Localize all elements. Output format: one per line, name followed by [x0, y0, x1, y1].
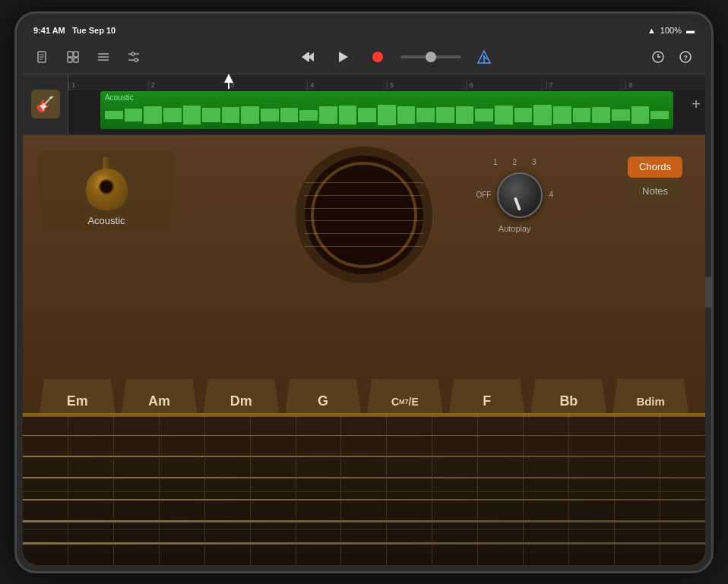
autoplay-num-1: 1: [493, 158, 498, 166]
document-button[interactable]: [30, 45, 55, 69]
wifi-icon: ▲: [647, 26, 656, 35]
svg-marker-20: [339, 52, 348, 62]
svg-rect-7: [74, 58, 78, 62]
record-button[interactable]: [366, 45, 390, 69]
timeline-ruler: 1 2 3 4 5 6 7 8: [68, 74, 705, 90]
knob-indicator: [514, 197, 521, 210]
ruler-mark-4: 4: [307, 81, 387, 89]
svg-point-15: [135, 58, 138, 62]
svg-marker-17: [302, 52, 308, 62]
autoplay-off-label: OFF: [476, 191, 491, 199]
status-indicators: ▲ 100% ▬: [647, 26, 695, 35]
mix-button[interactable]: [91, 45, 116, 69]
instrument-area: Acoustic: [23, 135, 705, 565]
soundhole-outer-ring: [296, 147, 432, 283]
chords-button[interactable]: Chords: [628, 156, 682, 178]
instrument-name-label: Acoustic: [87, 215, 125, 226]
status-time-date: 9:41 AM Tue Sep 10: [33, 26, 116, 35]
track-icon: 🎸: [31, 90, 60, 118]
chords-notes-toggle: Chords Notes: [628, 156, 682, 202]
home-button[interactable]: [705, 277, 714, 308]
settings-button[interactable]: [122, 45, 146, 69]
svg-rect-4: [68, 52, 73, 57]
autoplay-num-3: 3: [532, 158, 537, 166]
transport-controls: [152, 45, 640, 69]
autoplay-4-label: 4: [549, 191, 553, 199]
volume-slider[interactable]: [400, 55, 461, 58]
play-button[interactable]: [331, 45, 355, 69]
region-label: Acoustic: [105, 93, 134, 102]
tempo-button[interactable]: [646, 45, 670, 69]
autoplay-section: 1 2 3 OFF 4 Autoplay: [476, 158, 553, 233]
battery-percent: 100%: [660, 26, 682, 35]
track-region[interactable]: Acoustic: [100, 91, 673, 129]
autoplay-num-2: 2: [512, 158, 517, 166]
fretboard[interactable]: [23, 413, 705, 565]
playhead[interactable]: [228, 74, 229, 89]
ruler-mark-8: 8: [625, 81, 705, 89]
ruler-mark-3: 3: [228, 81, 308, 89]
autoplay-label: Autoplay: [499, 224, 531, 233]
guitar-soundhole-display: [292, 147, 436, 291]
ruler-mark-6: 6: [467, 81, 546, 89]
battery-icon: ▬: [686, 26, 695, 35]
notes-button[interactable]: Notes: [628, 181, 682, 202]
ruler-marks: 1 2 3 4 5 6 7 8: [68, 74, 705, 89]
track-header: 🎸: [23, 74, 68, 134]
toolbar: ?: [23, 41, 705, 74]
timeline-area: 🎸 1 2 3 4 5 6 7 8: [23, 74, 705, 135]
ipad-frame: 9:41 AM Tue Sep 10 ▲ 100% ▬: [14, 11, 714, 573]
ruler-mark-2: 2: [148, 81, 228, 89]
side-button[interactable]: [14, 241, 17, 255]
ruler-mark-1: 1: [68, 81, 148, 89]
add-track-button[interactable]: +: [692, 96, 701, 113]
screen: 9:41 AM Tue Sep 10 ▲ 100% ▬: [23, 20, 705, 565]
fret-vertical-lines: [23, 415, 705, 565]
svg-rect-6: [68, 58, 72, 62]
toolbar-right: ?: [646, 45, 698, 69]
svg-point-12: [131, 52, 135, 55]
ruler-mark-5: 5: [387, 81, 467, 89]
svg-point-21: [372, 52, 383, 62]
timeline-content[interactable]: 1 2 3 4 5 6 7 8 Acoustic: [68, 74, 705, 134]
svg-rect-5: [74, 52, 78, 57]
waveform: [105, 105, 669, 126]
status-bar: 9:41 AM Tue Sep 10 ▲ 100% ▬: [23, 20, 705, 41]
soundhole-strings: [305, 156, 423, 274]
svg-text:?: ?: [684, 54, 688, 62]
guitar-image: [80, 157, 133, 210]
metronome-button[interactable]: [472, 45, 496, 69]
help-button[interactable]: ?: [673, 45, 698, 69]
autoplay-knob[interactable]: [497, 172, 543, 218]
instrument-panel: Acoustic: [38, 150, 175, 234]
ruler-mark-7: 7: [546, 81, 626, 89]
rewind-button[interactable]: [296, 45, 320, 69]
tracks-button[interactable]: [61, 45, 85, 69]
